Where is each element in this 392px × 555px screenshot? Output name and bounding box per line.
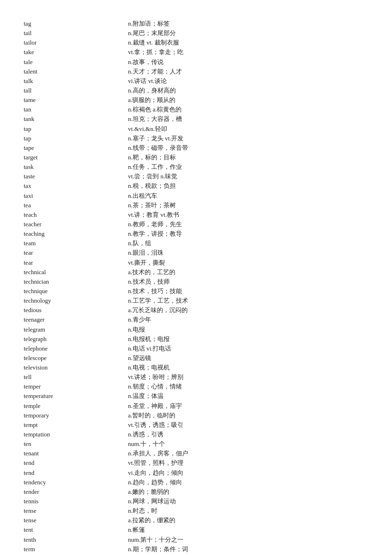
word-english: temper: [24, 382, 128, 391]
word-definition: n.线带；磁带，录音带: [128, 143, 368, 153]
word-definition: n.茶；茶叶；茶树: [128, 201, 368, 210]
word-english: target: [24, 153, 128, 162]
word-english: talk: [24, 76, 128, 86]
word-row: tastevt.尝；尝到 n.味觉: [24, 172, 368, 181]
word-row: techniquen.技术，技巧；技能: [24, 287, 368, 296]
word-definition: n.温度；体温: [128, 391, 368, 401]
word-english: tailor: [24, 38, 128, 47]
word-english: tan: [24, 105, 128, 114]
word-english: tape: [24, 143, 128, 153]
word-definition: vt.照管，照料，护理: [128, 458, 368, 468]
word-row: tendencyn.趋向，趋势，倾向: [24, 478, 368, 487]
word-english: tank: [24, 114, 128, 124]
word-row: taxn.税，税款；负担: [24, 181, 368, 191]
word-english: taste: [24, 172, 128, 181]
word-english: team: [24, 239, 128, 248]
word-row: talen.故事，传说: [24, 57, 368, 67]
word-definition: a.技术的，工艺的: [128, 268, 368, 277]
word-row: temporarya.暂时的，临时的: [24, 411, 368, 420]
word-row: tapen.线带；磁带，录音带: [24, 143, 368, 153]
word-english: technician: [24, 277, 128, 287]
word-definition: n.教学，讲授；教导: [128, 229, 368, 239]
word-row: techniciann.技术员，技师: [24, 277, 368, 287]
word-row: tendera.嫩的；脆弱的: [24, 487, 368, 497]
word-definition: n.承担人，房客，佃户: [128, 449, 368, 458]
word-english: television: [24, 363, 128, 372]
word-english: technical: [24, 268, 128, 277]
word-definition: n.诱惑，引诱: [128, 430, 368, 439]
word-definition: n.尾巴；末尾部分: [128, 28, 368, 38]
word-english: teenager: [24, 315, 128, 324]
word-definition: n.出租汽车: [128, 191, 368, 201]
word-row: talentn.天才；才能；人才: [24, 67, 368, 76]
word-definition: n.塞子；龙头 vt.开发: [128, 134, 368, 143]
word-definition: n.趋向，趋势，倾向: [128, 478, 368, 487]
word-english: telephone: [24, 344, 128, 353]
word-definition: a.嫩的；脆弱的: [128, 487, 368, 497]
word-row: teamn.队，组: [24, 239, 368, 248]
word-english: tennis: [24, 497, 128, 506]
word-row: tearvt.撕开，撕裂: [24, 258, 368, 268]
word-definition: n.眼泪，泪珠: [128, 248, 368, 258]
word-row: tankn.坦克；大容器，槽: [24, 114, 368, 124]
word-english: take: [24, 47, 128, 57]
word-definition: n.教师，老师，先生: [128, 220, 368, 229]
word-row: telephonen.电话 vi.打电话: [24, 344, 368, 353]
word-english: tend: [24, 468, 128, 478]
word-definition: n.帐篷: [128, 525, 368, 535]
word-definition: vt.&vi.&n.轻叩: [128, 124, 368, 134]
word-definition: n.电视；电视机: [128, 363, 368, 372]
word-row: televisionn.电视；电视机: [24, 363, 368, 372]
word-row: tendvt.照管，照料，护理: [24, 458, 368, 468]
word-definition: vt.引诱，诱惑；吸引: [128, 420, 368, 430]
word-row: tediousa.冗长乏味的，沉闷的: [24, 305, 368, 315]
word-row: tempern.韧度；心情，情绪: [24, 382, 368, 391]
word-row: tamea.驯服的；顺从的: [24, 95, 368, 105]
word-definition: vt.尝；尝到 n.味觉: [128, 172, 368, 181]
word-definition: vt.撕开，撕裂: [128, 258, 368, 268]
word-english: task: [24, 162, 128, 172]
word-row: targetn.靶，标的；目标: [24, 153, 368, 162]
word-row: tennum.十，十个: [24, 439, 368, 449]
word-row: tailn.尾巴；末尾部分: [24, 28, 368, 38]
word-definition: n.天才；才能；人才: [128, 67, 368, 76]
word-english: teaching: [24, 229, 128, 239]
word-english: tedious: [24, 305, 128, 315]
word-english: teacher: [24, 220, 128, 229]
word-row: tagn.附加语；标签: [24, 19, 368, 28]
word-definition: n.靶，标的；目标: [128, 153, 368, 162]
word-row: tenantn.承担人，房客，佃户: [24, 449, 368, 458]
word-english: tall: [24, 86, 128, 95]
word-definition: n.棕褐色 a.棕黄色的: [128, 105, 368, 114]
word-row: talkvi.讲话 vt.谈论: [24, 76, 368, 86]
word-english: teach: [24, 210, 128, 220]
word-english: telescope: [24, 353, 128, 363]
word-definition: n.电报: [128, 325, 368, 334]
word-english: technique: [24, 287, 128, 296]
word-row: tapn.塞子；龙头 vt.开发: [24, 134, 368, 143]
word-definition: n.青少年: [128, 315, 368, 324]
word-definition: vt.讲；教育 vt.教书: [128, 210, 368, 220]
word-row: temptvt.引诱，诱惑；吸引: [24, 420, 368, 430]
word-row: tellvt.讲述；吩咐；辨别: [24, 372, 368, 382]
word-english: tear: [24, 248, 128, 258]
word-english: tent: [24, 525, 128, 535]
word-definition: n.技术员，技师: [128, 277, 368, 287]
word-english: temptation: [24, 430, 128, 439]
word-english: tendency: [24, 478, 128, 487]
word-definition: n.附加语；标签: [128, 19, 368, 28]
word-english: tense: [24, 506, 128, 516]
word-row: tennisn.网球，网球运动: [24, 497, 368, 506]
word-row: telegramn.电报: [24, 325, 368, 334]
word-row: tann.棕褐色 a.棕黄色的: [24, 105, 368, 114]
word-english: technology: [24, 296, 128, 305]
word-row: tensea.拉紧的，绷紧的: [24, 516, 368, 525]
word-row: tensen.时态，时: [24, 506, 368, 516]
word-definition: n.故事，传说: [128, 57, 368, 67]
word-definition: n.坦克；大容器，槽: [128, 114, 368, 124]
word-definition: vi.讲话 vt.谈论: [128, 76, 368, 86]
word-row: telescopen.望远镜: [24, 353, 368, 363]
word-english: tense: [24, 516, 128, 525]
word-row: tentn.帐篷: [24, 525, 368, 535]
word-row: taxin.出租汽车: [24, 191, 368, 201]
